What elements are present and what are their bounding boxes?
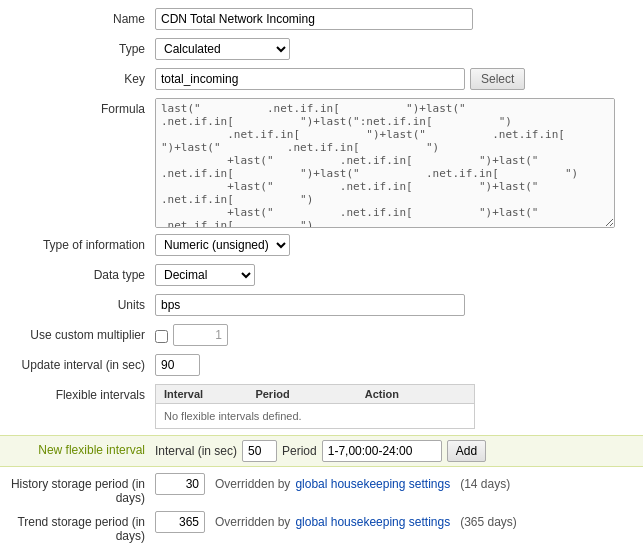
data-type-row: Data type Decimal Octal Hexadecimal Bool… [0, 264, 643, 288]
key-label: Key [0, 68, 155, 86]
formula-row: Formula last("<span style="background:#c… [0, 98, 643, 228]
key-row: Key Select [0, 68, 643, 92]
units-input[interactable] [155, 294, 465, 316]
flexible-intervals-field: Interval Period Action No flexible inter… [155, 384, 643, 429]
history-override-text: Overridden by [215, 477, 290, 491]
flexible-intervals-row: Flexible intervals Interval Period Actio… [0, 384, 643, 429]
flex-col-action-header: Action [365, 388, 474, 400]
key-input[interactable] [155, 68, 465, 90]
custom-multiplier-label: Use custom multiplier [0, 324, 155, 342]
flex-table-body: No flexible intervals defined. [156, 404, 474, 428]
history-storage-label: History storage period (in days) [0, 473, 155, 505]
name-input[interactable] [155, 8, 473, 30]
custom-multiplier-checkbox[interactable] [155, 330, 168, 343]
key-select-button[interactable]: Select [470, 68, 525, 90]
formula-field: last("<span style="background:#cce0ff"> … [155, 98, 643, 228]
flex-col-interval-header: Interval [156, 388, 255, 400]
formula-textarea[interactable]: last("<span style="background:#cce0ff"> … [155, 98, 615, 228]
trend-override-text: Overridden by [215, 515, 290, 529]
history-storage-field: Overridden by global housekeeping settin… [155, 473, 643, 495]
custom-multiplier-row: Use custom multiplier [0, 324, 643, 348]
flexible-intervals-table: Interval Period Action No flexible inter… [155, 384, 475, 429]
name-field [155, 8, 643, 30]
name-label: Name [0, 8, 155, 26]
trend-storage-row: Trend storage period (in days) Overridde… [0, 511, 643, 543]
units-row: Units [0, 294, 643, 318]
type-of-info-label: Type of information [0, 234, 155, 252]
history-storage-row: History storage period (in days) Overrid… [0, 473, 643, 505]
type-of-info-select[interactable]: Numeric (unsigned) Numeric (float) Chara… [155, 234, 290, 256]
update-interval-row: Update interval (in sec) [0, 354, 643, 378]
data-type-label: Data type [0, 264, 155, 282]
type-of-info-row: Type of information Numeric (unsigned) N… [0, 234, 643, 258]
flex-col-period-header: Period [255, 388, 364, 400]
new-flex-label: New flexible interval [0, 440, 155, 457]
trend-housekeeping-link[interactable]: global housekeeping settings [295, 515, 450, 529]
data-type-field: Decimal Octal Hexadecimal Boolean [155, 264, 643, 286]
trend-suffix: (365 days) [460, 515, 517, 529]
new-flex-field: Interval (in sec) Period Add [155, 440, 643, 462]
name-row: Name [0, 8, 643, 32]
flex-no-data: No flexible intervals defined. [164, 410, 302, 422]
history-housekeeping-link[interactable]: global housekeeping settings [295, 477, 450, 491]
update-interval-label: Update interval (in sec) [0, 354, 155, 372]
form-container: Name Type Calculated Numeric (unsigned) … [0, 0, 643, 543]
type-row: Type Calculated Numeric (unsigned) Numer… [0, 38, 643, 62]
new-flex-interval-label: Interval (in sec) [155, 444, 237, 458]
history-storage-input[interactable] [155, 473, 205, 495]
flexible-intervals-label: Flexible intervals [0, 384, 155, 402]
custom-multiplier-field [155, 324, 643, 346]
trend-storage-field: Overridden by global housekeeping settin… [155, 511, 643, 533]
trend-storage-label: Trend storage period (in days) [0, 511, 155, 543]
type-select[interactable]: Calculated Numeric (unsigned) Numeric (f… [155, 38, 290, 60]
type-label: Type [0, 38, 155, 56]
new-flexible-interval-row: New flexible interval Interval (in sec) … [0, 435, 643, 467]
type-of-info-field: Numeric (unsigned) Numeric (float) Chara… [155, 234, 643, 256]
flex-table-header: Interval Period Action [156, 385, 474, 404]
type-field: Calculated Numeric (unsigned) Numeric (f… [155, 38, 643, 60]
formula-label: Formula [0, 98, 155, 116]
multiplier-input[interactable] [173, 324, 228, 346]
data-type-select[interactable]: Decimal Octal Hexadecimal Boolean [155, 264, 255, 286]
update-interval-field [155, 354, 643, 376]
units-label: Units [0, 294, 155, 312]
new-flex-period-input[interactable] [322, 440, 442, 462]
key-field: Select [155, 68, 643, 90]
update-interval-input[interactable] [155, 354, 200, 376]
new-flex-interval-input[interactable] [242, 440, 277, 462]
trend-storage-input[interactable] [155, 511, 205, 533]
units-field [155, 294, 643, 316]
history-suffix: (14 days) [460, 477, 510, 491]
new-flex-add-button[interactable]: Add [447, 440, 486, 462]
new-flex-period-label: Period [282, 444, 317, 458]
